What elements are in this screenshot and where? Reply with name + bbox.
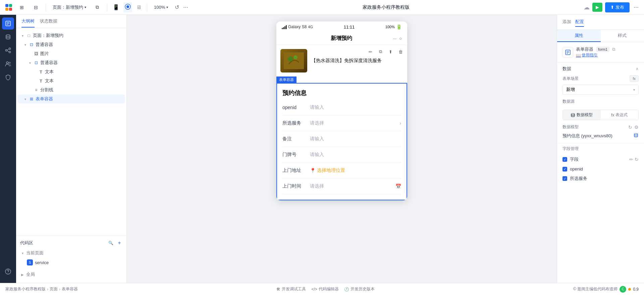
field-value-address[interactable]: 📍 选择地理位置 xyxy=(310,167,401,174)
breadcrumb-app[interactable]: 家政服务小程序教程版 xyxy=(5,286,46,292)
tree-item-container-2[interactable]: ▾ ⊡ 普通容器 ⋮⋮ xyxy=(17,58,125,67)
zoom-chevron-icon: ▾ xyxy=(166,5,168,9)
tab-outline[interactable]: 大纲树 xyxy=(21,15,35,28)
svg-line-15 xyxy=(7,51,9,52)
field-label-note: 备注 xyxy=(282,136,306,142)
sidebar-users-icon[interactable] xyxy=(2,58,14,70)
history-btn[interactable]: 🕐 开发历史版本 xyxy=(344,286,375,292)
svg-point-19 xyxy=(8,273,8,274)
sidebar-pages-icon[interactable] xyxy=(2,17,14,30)
tab-style[interactable]: 样式 xyxy=(601,30,644,42)
tree-item-image[interactable]: ▾ 🖼 图片 ⋮⋮ xyxy=(17,49,125,58)
field-placeholder-door[interactable]: 请输入 xyxy=(310,152,401,158)
tree-drag-icon-text2[interactable]: ⋮⋮ xyxy=(116,78,122,84)
tree-drag-icon-2[interactable]: ⋮⋮ xyxy=(116,60,122,66)
form-field-door: 门牌号 请输入 xyxy=(282,147,401,163)
dev-tools-btn[interactable]: 🛠 开发调试工具 xyxy=(276,286,306,292)
field-checkbox-2[interactable]: ✓ xyxy=(562,176,567,181)
publish-button[interactable]: ⬆ 发布 xyxy=(605,2,630,12)
expression-tab[interactable]: fx 表达式 xyxy=(601,110,639,120)
tree-item-container-1[interactable]: ▾ ⊡ 普通容器 ⋮⋮ xyxy=(17,40,125,49)
code-add-btn[interactable]: + xyxy=(116,240,122,246)
tree-item-text-1[interactable]: ▾ T 文本 ⋮⋮ xyxy=(17,67,125,76)
field-edit-icon-0[interactable]: ✏ xyxy=(629,157,633,162)
preview-btn[interactable] xyxy=(123,2,132,12)
code-search-btn[interactable]: 🔍 xyxy=(108,240,114,246)
cloud-sync-icon: ☁ xyxy=(584,4,590,11)
tree-item-page[interactable]: ▾ □ 页面：新增预约 ⚙ 🔍 xyxy=(17,31,125,40)
data-section-expand-icon[interactable]: ∧ xyxy=(636,66,639,71)
data-model-tab[interactable]: 数据模型 xyxy=(563,110,601,120)
field-label-door: 门牌号 xyxy=(282,152,306,158)
tree-add-icon[interactable]: ⚡ xyxy=(116,96,122,102)
delete-icon[interactable]: 🗑 xyxy=(396,48,405,56)
page-breadcrumb-btn[interactable]: 页面：新增预约 ▾ xyxy=(50,3,89,12)
zoom-control[interactable]: 100% ▾ xyxy=(151,3,171,11)
page-view-btn[interactable]: ⊞ xyxy=(16,3,28,12)
code-editor-btn[interactable]: </> 代码编辑器 xyxy=(311,286,338,292)
field-placeholder-openid[interactable]: 请输入 xyxy=(310,104,401,110)
component-copy-icon[interactable]: ⧉ xyxy=(612,47,615,52)
code-item-service[interactable]: S service xyxy=(17,258,125,267)
tree-label-divider: 分割线 xyxy=(40,87,115,93)
breadcrumb-page[interactable]: 页面 xyxy=(50,286,58,292)
field-mgmt-row: 字段管理 xyxy=(557,145,644,154)
sidebar-help-icon[interactable] xyxy=(2,265,14,278)
status-left: Galaxy S8 4G xyxy=(282,24,313,29)
code-area: 代码区 🔍 + ▾ 当前页面 S service ▶ 全 xyxy=(16,236,126,283)
data-model-settings-icon[interactable]: ⚙ xyxy=(634,125,639,130)
copy-page-btn[interactable]: ⧉ xyxy=(92,3,103,12)
toolbar-more-btn[interactable]: ··· xyxy=(183,4,188,11)
signal-bar-1 xyxy=(282,28,283,29)
app-logo[interactable] xyxy=(4,3,13,12)
tree-item-form[interactable]: ▾ ⊞ 表单容器 ⚡ xyxy=(17,95,125,103)
tree-label-form: 表单容器 xyxy=(36,96,115,102)
field-checkbox-0[interactable]: ✓ xyxy=(562,157,567,162)
code-section-current-header[interactable]: ▾ 当前页面 xyxy=(16,249,126,257)
sidebar-workflow-icon[interactable] xyxy=(2,44,14,56)
export-icon[interactable]: ⬆ xyxy=(386,48,394,56)
field-refresh-icon-0[interactable]: ↻ xyxy=(635,157,639,162)
sidebar-data-icon[interactable] xyxy=(2,31,14,43)
table-scene-fx-btn[interactable]: fx xyxy=(630,75,639,82)
tab-add[interactable]: 添加 xyxy=(562,17,571,27)
field-placeholder-note[interactable]: 请输入 xyxy=(310,136,401,142)
refresh-btn[interactable]: ↺ xyxy=(173,3,180,12)
field-placeholder-time[interactable]: 请选择 xyxy=(310,183,391,189)
scene-select[interactable]: 新增 ▾ xyxy=(562,85,639,95)
component-guide-link[interactable]: 📖 使用指引 xyxy=(576,52,615,58)
tree-label-page: 页面：新增预约 xyxy=(33,33,108,39)
duplicate-icon[interactable]: ⧉ xyxy=(376,48,384,56)
field-item-2: ✓ 所选服务 xyxy=(557,174,644,184)
code-area-header: 代码区 🔍 + xyxy=(16,239,126,247)
tree-drag-icon-divider[interactable]: ⋮⋮ xyxy=(116,87,122,93)
tab-config[interactable]: 配置 xyxy=(575,17,584,27)
battery-icon: 🔋 xyxy=(396,24,402,30)
run-button[interactable]: ▶ xyxy=(592,3,602,12)
desktop-view-btn[interactable]: 🖥 xyxy=(135,3,143,12)
data-model-value-row: 预约信息 (yyxx_wnuvs80) xyxy=(557,133,644,142)
form-field-openid: openid 请输入 xyxy=(282,100,401,115)
field-checkbox-1[interactable]: ✓ xyxy=(562,167,567,171)
breadcrumb-component[interactable]: 表单容器 xyxy=(62,286,78,292)
tree-search-icon[interactable]: 🔍 xyxy=(116,33,122,39)
tree-drag-icon-image[interactable]: ⋮⋮ xyxy=(116,51,122,57)
tree-drag-icon-text1[interactable]: ⋮⋮ xyxy=(116,69,122,75)
edit-icon[interactable]: ✏ xyxy=(366,48,374,56)
tree-item-divider[interactable]: ▾ ≡ 分割线 ⋮⋮ xyxy=(17,86,125,94)
code-section-global-header[interactable]: ▶ 全局 xyxy=(16,270,126,279)
field-placeholder-service[interactable]: 请选择 xyxy=(310,120,395,126)
tab-state-data[interactable]: 状态数据 xyxy=(40,15,57,28)
data-model-db-icon[interactable] xyxy=(633,133,639,139)
data-model-refresh-icon[interactable]: ↻ xyxy=(628,125,632,130)
sidebar-security-icon[interactable] xyxy=(2,71,14,83)
tab-props[interactable]: 属性 xyxy=(557,30,601,42)
form-container-badge: 表单容器 xyxy=(276,77,297,83)
tree-drag-icon-1[interactable]: ⋮⋮ xyxy=(116,42,122,48)
nav-more-icon: ··· xyxy=(393,36,396,41)
more-options-btn[interactable]: ··· xyxy=(632,2,640,12)
tree-settings-icon[interactable]: ⚙ xyxy=(109,33,115,39)
tree-item-text-2[interactable]: ▾ T 文本 ⋮⋮ xyxy=(17,77,125,85)
phone-view-btn[interactable]: 📱 xyxy=(111,3,121,12)
component-view-btn[interactable]: ⊟ xyxy=(30,3,42,12)
